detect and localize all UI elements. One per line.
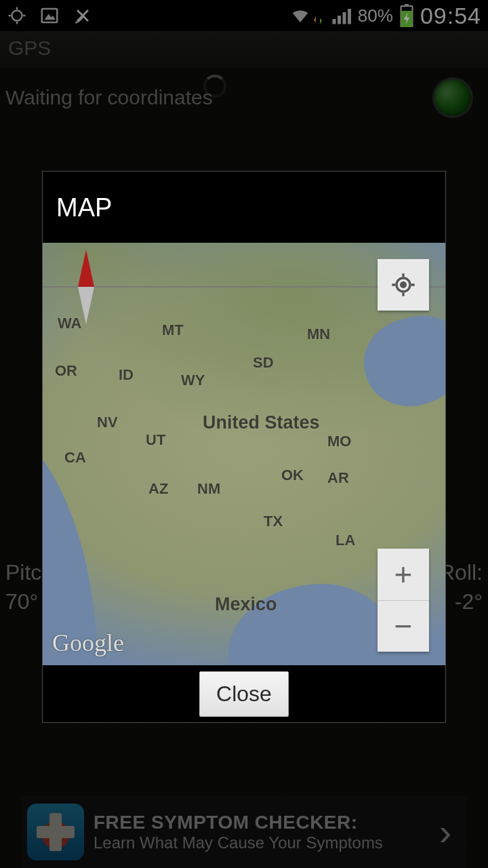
map-dialog: MAP WA MT MN OR ID WY SD NV UT CA MO AZ … [42,171,446,723]
map-country-label: United States [203,412,320,433]
map-label: ID [119,366,134,384]
close-button[interactable]: Close [199,671,289,717]
map-label: CA [64,449,86,467]
ocean-shape [43,408,97,665]
dialog-footer: Close [43,665,445,722]
map-label: LA [336,532,355,549]
zoom-in-button[interactable]: + [378,549,429,601]
map-label: OR [55,362,77,380]
map-label: NV [97,414,118,431]
map-country-label: Mexico [215,594,277,615]
map-label: OK [281,467,304,484]
map-label: SD [253,354,274,372]
map-canvas[interactable]: WA MT MN OR ID WY SD NV UT CA MO AZ NM O… [43,243,445,665]
map-label: MN [307,326,330,343]
map-attribution: Google [52,629,124,657]
map-label: MT [162,321,184,339]
zoom-out-button[interactable]: − [378,601,429,652]
map-label: UT [146,431,165,449]
lake-shape [356,308,445,415]
map-label: AZ [148,480,168,498]
map-label: MO [327,433,351,450]
map-label: NM [197,480,220,498]
map-label: TX [264,513,283,530]
dialog-title: MAP [43,172,445,243]
map-label: WY [181,372,205,389]
my-location-button[interactable] [378,259,429,311]
map-label: WA [58,315,81,332]
svg-point-11 [401,283,406,288]
compass-icon [70,250,102,324]
map-label: AR [327,469,349,487]
zoom-controls: + − [378,549,429,652]
